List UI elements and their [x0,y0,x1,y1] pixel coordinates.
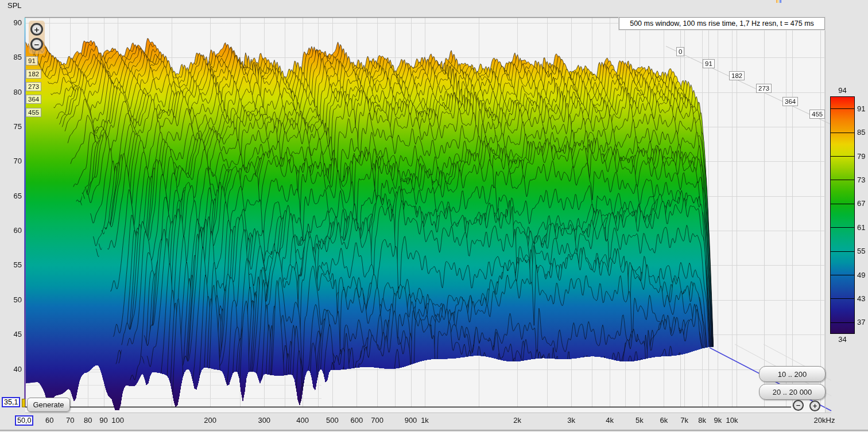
x-axis-min-field[interactable]: 50,0 [15,415,33,426]
colorbar-tick-label: 43 [857,294,865,303]
x-tick-label: 80 [84,417,92,425]
y-tick-label: 80 [1,88,22,96]
y-tick-label: 45 [1,330,22,338]
x-tick-label: 20kHz [814,417,835,425]
x-tick-label: 200 [204,417,216,425]
y-tick-label: 65 [1,192,22,200]
x-tick-label: 100 [111,417,124,425]
x-tick-label: 2k [513,417,521,425]
y-tick-label: 55 [1,261,22,269]
x-tick-label: 9k [714,417,722,425]
colorbar-segment-divider [831,251,854,252]
window-bottom-edge [0,430,868,431]
colorbar-min-label: 34 [829,335,856,344]
zoom-in-horizontal-button[interactable]: + [809,400,820,411]
x-tick-label: 300 [258,417,270,425]
x-tick-label: 10k [726,417,738,425]
colorbar-segment-divider [831,322,854,323]
time-slice-label: 273 [756,84,772,93]
colorbar-segment-divider [831,204,854,204]
time-slice-label: 455 [26,108,41,117]
colorbar-tick-label: 61 [857,223,865,232]
colorbar-tick-label: 73 [857,176,865,184]
x-tick-label: 70 [66,417,74,425]
x-tick-label: 7k [680,417,688,425]
x-tick-label: 5k [636,417,644,425]
colorbar-legend [830,96,855,334]
x-tick-label: 900 [405,417,417,425]
freq-range-preset-button-10-200[interactable]: 10 .. 200 [759,366,826,382]
freq-range-preset-button-20-20000[interactable]: 20 .. 20 000 [759,384,826,400]
time-slice-label: 455 [809,110,825,119]
time-slice-label: 91 [703,59,715,68]
x-tick-label: 1k [421,417,429,425]
colorbar-tick-label: 79 [857,152,865,161]
zoom-in-vertical-button[interactable]: + [30,23,43,36]
colorbar-segment-divider [831,180,854,180]
axis-origin-marker [22,399,25,407]
y-tick-label: 60 [1,227,22,235]
x-tick-label: 600 [350,417,363,425]
colorbar-segment-divider [831,108,854,109]
zoom-out-horizontal-button[interactable]: − [793,400,804,411]
x-tick-label: 90 [99,417,107,425]
y-tick-label: 70 [1,157,22,165]
colorbar-segment-divider [831,298,854,299]
zoom-out-vertical-button[interactable]: − [30,38,43,50]
x-tick-label: 4k [606,417,614,425]
measurement-info-box: 500 ms window, 100 ms rise time, 1,7 Hz … [619,17,825,30]
time-slice-label: 273 [26,82,41,91]
time-slice-label: 182 [729,71,745,80]
measurement-info-text: 500 ms window, 100 ms rise time, 1,7 Hz … [630,20,814,28]
time-slice-label: 182 [26,69,41,79]
y-axis-min-field[interactable]: 35,1 [2,397,20,407]
colorbar-tick-label: 37 [857,318,865,326]
x-tick-label: 6k [660,417,668,425]
x-tick-label: 500 [326,417,339,425]
time-slice-label: 364 [26,95,41,104]
time-slice-label: 0 [676,47,684,56]
y-tick-label: 85 [1,53,22,61]
y-tick-label: 40 [1,365,22,373]
colorbar-segment-divider [831,227,854,228]
time-slice-label: 91 [26,56,38,65]
x-tick-label: 60 [45,417,53,425]
y-tick-label: 75 [1,123,22,131]
x-tick-label: 700 [371,417,383,425]
colorbar-tick-label: 85 [857,128,865,137]
spl-axis-title: SPL [7,2,22,10]
waterfall-canvas[interactable] [0,0,868,432]
screen-artifact [776,0,781,3]
colorbar-tick-label: 49 [857,271,865,279]
x-tick-label: 8k [698,417,706,425]
colorbar-segment-divider [831,156,854,157]
x-tick-label: 400 [296,417,309,425]
y-tick-label: 90 [1,19,22,27]
colorbar-max-label: 94 [829,86,856,95]
colorbar-tick-label: 55 [857,247,865,255]
colorbar-segment-divider [831,133,854,133]
y-tick-label: 50 [1,296,22,304]
x-tick-label: 3k [567,417,575,425]
colorbar-tick-label: 67 [857,199,865,208]
time-slice-label: 364 [782,97,798,106]
generate-button[interactable]: Generate [27,398,70,412]
colorbar-tick-label: 91 [857,104,865,113]
colorbar-segment-divider [831,275,854,275]
